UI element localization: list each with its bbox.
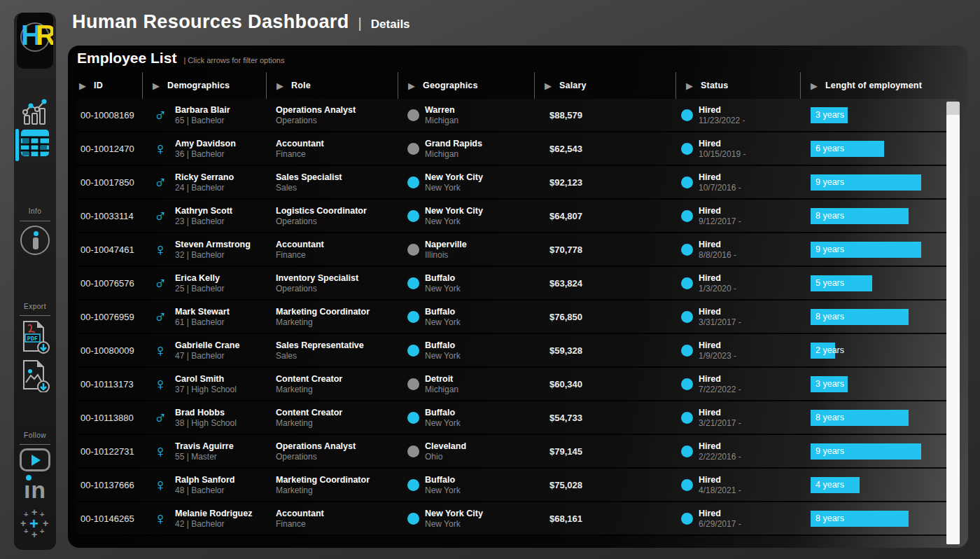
column-header-role[interactable]: ▶ Role: [266, 72, 398, 99]
state: New York: [425, 216, 483, 226]
role-department: Finance: [276, 519, 324, 529]
salary: $62,543: [534, 132, 676, 165]
scrollbar-thumb[interactable]: [946, 115, 960, 544]
years-bar: 4 years: [811, 477, 860, 493]
state: New York: [425, 519, 483, 529]
filter-arrow-icon[interactable]: ▶: [686, 81, 693, 91]
years-bar: 8 years: [811, 511, 909, 527]
table-row[interactable]: 00-10122731 ♀ Travis Aguirre 55 | Master…: [76, 435, 957, 469]
column-header-id[interactable]: ▶ ID: [76, 72, 142, 99]
employee-age-education: 38 | High School: [175, 418, 237, 428]
salary: $88,579: [534, 99, 676, 131]
filter-arrow-icon[interactable]: ▶: [811, 81, 818, 91]
location-dot-icon: [407, 513, 419, 525]
city: Warren: [425, 105, 458, 116]
location-dot-icon: [407, 109, 419, 121]
employee-id: 00-10012470: [76, 132, 142, 165]
filter-arrow-icon[interactable]: ▶: [79, 81, 86, 91]
city: Buffalo: [425, 273, 461, 284]
filter-arrow-icon[interactable]: ▶: [408, 81, 415, 91]
status-dot-icon: [681, 177, 693, 188]
years-label: 4 years: [816, 480, 844, 490]
years-bar: 3 years: [811, 107, 848, 123]
gender-icon: ♂: [152, 207, 169, 225]
state: New York: [425, 485, 461, 495]
table-row[interactable]: 00-10076576 ♂ Erica Kelly 25 | Bachelor …: [76, 267, 957, 301]
column-header-demographics[interactable]: ▶ Demographics: [142, 72, 266, 99]
table-row[interactable]: 00-10146265 ♀ Melanie Rodriguez 42 | Bac…: [76, 502, 957, 536]
gender-icon: ♀: [152, 140, 169, 158]
role-title: Sales Representative: [276, 340, 364, 351]
info-section-label: Info: [14, 207, 56, 215]
export-pdf-button[interactable]: PDF: [14, 319, 56, 354]
table-row[interactable]: 00-10008169 ♂ Barbara Blair 65 | Bachelo…: [76, 99, 957, 132]
table-row[interactable]: 00-10137666 ♀ Ralph Sanford 48 | Bachelo…: [76, 469, 957, 502]
column-header-salary[interactable]: ▶ Salary: [534, 72, 676, 99]
page-subtitle: Details: [371, 18, 410, 32]
scrollbar-track[interactable]: [946, 102, 960, 544]
years-bar: 9 years: [811, 443, 921, 460]
youtube-icon: [20, 448, 50, 471]
role-title: Operations Analyst: [276, 441, 356, 452]
filter-arrow-icon[interactable]: ▶: [545, 81, 552, 91]
years-label: 2 years: [816, 345, 844, 355]
tableau-link[interactable]: ++++ ++++ +: [14, 507, 56, 539]
export-image-button[interactable]: [14, 357, 56, 392]
employee-age-education: 37 | High School: [175, 385, 237, 394]
divider: [20, 221, 50, 221]
nav-table-button[interactable]: [14, 127, 56, 158]
years-label: 9 years: [816, 177, 844, 187]
employee-name: Ricky Serrano: [175, 172, 234, 183]
nav-charts-button[interactable]: [14, 98, 56, 126]
column-label: Salary: [559, 81, 587, 90]
hire-date: 9/12/2017 -: [699, 216, 741, 226]
years-bar: 8 years: [811, 208, 909, 224]
table-row[interactable]: 00-10017850 ♂ Ricky Serrano 24 | Bachelo…: [76, 166, 957, 200]
role-title: Sales Specialist: [276, 172, 342, 183]
linkedin-link[interactable]: ın: [14, 476, 56, 503]
status-label: Hired: [699, 475, 741, 485]
table-row[interactable]: 00-10047461 ♀ Steven Armstrong 32 | Bach…: [76, 233, 957, 267]
table-row[interactable]: 00-10033114 ♂ Kathryn Scott 23 | Bachelo…: [76, 200, 957, 233]
column-header-status[interactable]: ▶ Status: [676, 72, 800, 99]
location-dot-icon: [407, 210, 419, 222]
info-dot-icon: [34, 231, 38, 236]
employee-age-education: 65 | Bachelor: [175, 116, 230, 125]
hire-date: 4/18/2021 -: [699, 485, 741, 495]
gender-icon: ♂: [152, 174, 169, 191]
title-separator: |: [358, 15, 362, 32]
table-row[interactable]: 00-10080009 ♀ Gabrielle Crane 47 | Bache…: [76, 334, 957, 368]
employee-name: Carol Smith: [175, 374, 237, 385]
table-row[interactable]: 00-10012470 ♀ Amy Davidson 36 | Bachelor…: [76, 132, 957, 166]
role-title: Operations Analyst: [276, 105, 356, 116]
table-row[interactable]: 00-10113880 ♂ Brad Hobbs 38 | High Schoo…: [76, 401, 957, 435]
state: New York: [425, 183, 483, 193]
column-header-length-of-employment[interactable]: ▶ Lenght of employment: [800, 72, 957, 99]
column-header-geographics[interactable]: ▶ Geographics: [398, 72, 534, 99]
employee-age-education: 47 | Bachelor: [175, 351, 239, 361]
location-dot-icon: [407, 479, 419, 491]
status-label: Hired: [699, 206, 741, 216]
table-body: 00-10008169 ♂ Barbara Blair 65 | Bachelo…: [68, 99, 968, 536]
info-button[interactable]: [14, 226, 56, 255]
role-department: Operations: [276, 284, 358, 294]
filter-arrow-icon[interactable]: ▶: [276, 81, 284, 91]
table-row[interactable]: 00-10076959 ♂ Mark Stewart 61 | Bachelor…: [76, 301, 957, 334]
filter-arrow-icon[interactable]: ▶: [153, 81, 160, 91]
location-dot-icon: [407, 244, 419, 256]
divider: [20, 315, 50, 316]
years-bar: 9 years: [811, 174, 921, 191]
role-title: Marketing Coordinator: [276, 475, 370, 485]
city: New York City: [425, 206, 483, 216]
gender-icon: ♂: [152, 275, 169, 292]
app-title: Human Resources Dashboard: [72, 11, 349, 33]
table-row[interactable]: 00-10113173 ♀ Carol Smith 37 | High Scho…: [76, 368, 957, 401]
sidebar: H R Info: [14, 13, 56, 550]
employee-age-education: 25 | Bachelor: [175, 284, 225, 294]
status-dot-icon: [681, 412, 693, 424]
years-bar: 5 years: [811, 275, 872, 291]
info-icon: [20, 226, 50, 255]
status-dot-icon: [681, 345, 693, 357]
location-dot-icon: [407, 143, 419, 155]
youtube-link[interactable]: [14, 448, 56, 471]
